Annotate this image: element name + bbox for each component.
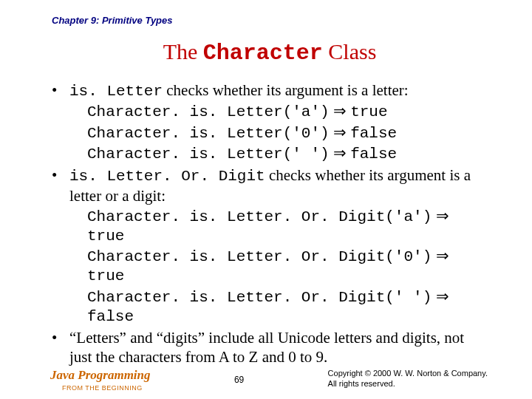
title-post: Class — [323, 39, 377, 64]
footer-subtitle: FROM THE BEGINNING — [62, 384, 143, 392]
ex1c-call: Character. is. Letter(' ') — [87, 146, 330, 163]
slide: Chapter 9: Primitive Types The Character… — [0, 0, 532, 399]
ex1a-result: true — [350, 103, 387, 120]
copyright-line-1: Copyright © 2000 W. W. Norton & Company. — [328, 368, 488, 378]
footer-left: Java Programming FROM THE BEGINNING — [50, 368, 151, 392]
b1-text: checks whether its argument is a letter: — [163, 81, 409, 99]
bullet-3: “Letters” and “digits” include all Unico… — [52, 328, 488, 367]
example-2a: Character. is. Letter. Or. Digit('a') ⇒ … — [69, 206, 488, 247]
ex2c-result: false — [87, 308, 134, 325]
example-2c: Character. is. Letter. Or. Digit(' ') ⇒ … — [69, 287, 488, 327]
ex2c-call: Character. is. Letter. Or. Digit(' ') — [87, 289, 432, 306]
ex2b-call: Character. is. Letter. Or. Digit('0') — [87, 248, 432, 265]
footer: Java Programming FROM THE BEGINNING 69 C… — [50, 368, 488, 392]
arrow-icon: ⇒ — [432, 247, 449, 265]
arrow-icon: ⇒ — [330, 102, 351, 120]
ex2b-result: true — [87, 267, 124, 284]
b1-code: is. Letter — [69, 83, 163, 100]
example-1a: Character. is. Letter('a') ⇒ true — [69, 101, 488, 122]
b3-text: “Letters” and “digits” include all Unico… — [69, 329, 464, 366]
bullet-list: is. Letter checks whether its argument i… — [52, 81, 488, 367]
bullet-2: is. Letter. Or. Digit checks whether its… — [52, 166, 488, 327]
arrow-icon: ⇒ — [330, 144, 351, 162]
arrow-icon: ⇒ — [330, 123, 351, 141]
b2-code: is. Letter. Or. Digit — [69, 168, 265, 185]
ex1b-result: false — [350, 125, 397, 142]
ex2a-result: true — [87, 228, 124, 245]
page-number: 69 — [234, 375, 244, 385]
title-pre: The — [163, 39, 203, 64]
slide-title: The Character Class — [52, 39, 488, 66]
ex1c-result: false — [350, 146, 397, 163]
bullet-1: is. Letter checks whether its argument i… — [52, 81, 488, 164]
footer-title: Java Programming — [50, 368, 151, 383]
example-1c: Character. is. Letter(' ') ⇒ false — [69, 143, 488, 164]
chapter-label: Chapter 9: Primitive Types — [52, 15, 488, 26]
ex1a-call: Character. is. Letter('a') — [87, 103, 330, 120]
arrow-icon: ⇒ — [432, 207, 449, 225]
ex1b-call: Character. is. Letter('0') — [87, 125, 330, 142]
footer-copyright: Copyright © 2000 W. W. Norton & Company.… — [328, 368, 488, 389]
copyright-line-2: All rights reserved. — [328, 378, 488, 389]
example-1b: Character. is. Letter('0') ⇒ false — [69, 123, 488, 143]
example-2b: Character. is. Letter. Or. Digit('0') ⇒ … — [69, 246, 488, 287]
arrow-icon: ⇒ — [432, 287, 449, 305]
ex2a-call: Character. is. Letter. Or. Digit('a') — [87, 208, 432, 225]
title-code: Character — [203, 41, 323, 66]
